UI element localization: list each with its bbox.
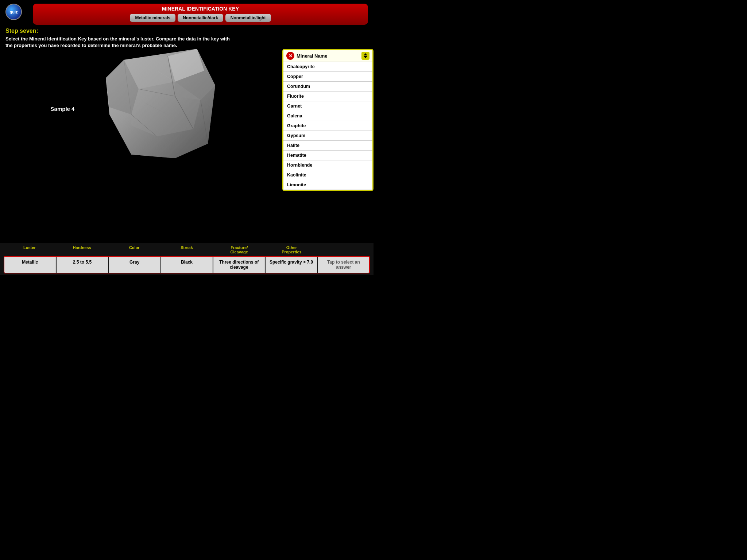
quiz-logo[interactable]: quiz <box>5 4 22 20</box>
header-color: Color <box>108 245 160 255</box>
cell-streak: Black <box>161 257 213 273</box>
header-cleavage: Fracture/Cleavage <box>213 245 265 255</box>
mineral-key-title: MINERAL IDENTIFICATION KEY <box>36 6 364 12</box>
mineral-galena[interactable]: Galena <box>283 111 372 121</box>
cell-other: Specific gravity > 7.0 <box>266 257 317 273</box>
mineral-copper[interactable]: Copper <box>283 72 372 82</box>
mineral-fluorite[interactable]: Fluorite <box>283 92 372 101</box>
close-button[interactable]: ✕ <box>286 52 294 60</box>
mineral-graphite[interactable]: Graphite <box>283 121 372 131</box>
mineral-key-tabs: Metallic minerals Nonmetallic/dark Nonme… <box>36 14 364 22</box>
header-answer <box>318 245 370 255</box>
cell-luster: Metallic <box>4 257 56 273</box>
tab-nonmetallic-light[interactable]: Nonmetallic/light <box>225 14 271 22</box>
sort-down-icon <box>364 56 367 58</box>
sample-label: Sample 4 <box>51 106 75 112</box>
sample-area: Sample 4 <box>0 49 230 191</box>
quiz-logo-text: quiz <box>10 10 18 14</box>
mineral-halite[interactable]: Halite <box>283 141 372 151</box>
header-streak: Streak <box>161 245 213 255</box>
mineral-list: Chalcopyrite Copper Corundum Fluorite Ga… <box>283 62 372 190</box>
header-other: OtherProperties <box>266 245 318 255</box>
mineral-corundum[interactable]: Corundum <box>283 82 372 92</box>
content-wrapper: Sample 4 <box>0 49 374 275</box>
cell-cleavage: Three directions of cleavage <box>213 257 265 273</box>
table-data-row: Metallic 2.5 to 5.5 Gray Black Three dir… <box>4 256 370 273</box>
mineral-chalcopyrite[interactable]: Chalcopyrite <box>283 62 372 72</box>
mineral-hematite[interactable]: Hematite <box>283 151 372 160</box>
table-headers: Luster Hardness Color Streak Fracture/Cl… <box>4 245 370 255</box>
tab-metallic[interactable]: Metallic minerals <box>130 14 175 22</box>
mineral-gypsum[interactable]: Gypsum <box>283 131 372 141</box>
main-area: Sample 4 <box>0 49 374 191</box>
mineral-panel-title: Mineral Name <box>297 53 359 59</box>
mineral-panel: ✕ Mineral Name Chalcopyrite Copper Corun… <box>282 49 374 191</box>
tab-nonmetallic-dark[interactable]: Nonmetallic/dark <box>178 14 223 22</box>
sort-up-icon <box>364 53 367 55</box>
mineral-garnet[interactable]: Garnet <box>283 101 372 111</box>
header: quiz MINERAL IDENTIFICATION KEY Metallic… <box>0 0 374 25</box>
mineral-panel-header: ✕ Mineral Name <box>283 50 372 62</box>
cell-hardness: 2.5 to 5.5 <box>57 257 108 273</box>
header-luster: Luster <box>4 245 55 255</box>
step-title: Step seven: <box>5 28 368 34</box>
bottom-table: Luster Hardness Color Streak Fracture/Cl… <box>0 243 374 275</box>
cell-color: Gray <box>109 257 160 273</box>
mineral-limonite[interactable]: Limonite <box>283 180 372 190</box>
header-hardness: Hardness <box>56 245 108 255</box>
mineral-key-panel: MINERAL IDENTIFICATION KEY Metallic mine… <box>33 4 368 25</box>
close-icon: ✕ <box>289 53 293 59</box>
mineral-hornblende[interactable]: Hornblende <box>283 160 372 170</box>
mineral-kaolinite[interactable]: Kaolinite <box>283 170 372 180</box>
sort-button[interactable] <box>361 52 369 60</box>
cell-answer[interactable]: Tap to select an answer <box>318 257 369 273</box>
rock-image <box>102 42 219 166</box>
